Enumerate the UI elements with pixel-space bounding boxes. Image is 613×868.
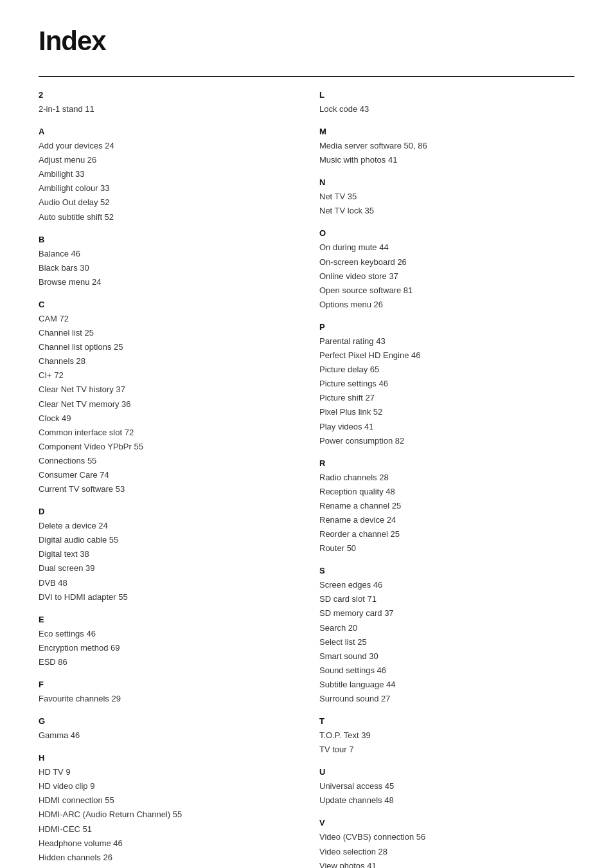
section-letter: G	[39, 716, 294, 726]
index-section: BBalance 46Black bars 30Browse menu 24	[39, 235, 294, 289]
index-entry: Favourite channels 29	[39, 692, 294, 706]
index-entry: Clear Net TV history 37	[39, 383, 294, 397]
index-entry: Sound settings 46	[319, 664, 574, 678]
index-entry: DVI to HDMI adapter 55	[39, 590, 294, 604]
section-entries: Add your devices 24Adjust menu 26Ambilig…	[39, 139, 294, 224]
page-title: Index	[39, 26, 574, 57]
index-entry: Picture delay 65	[319, 363, 574, 377]
section-entries: Gamma 46	[39, 728, 294, 743]
index-entry: Common interface slot 72	[39, 426, 294, 440]
section-letter: O	[319, 228, 574, 238]
index-entry: Perfect Pixel HD Engine 46	[319, 348, 574, 363]
section-letter: E	[39, 615, 294, 624]
index-entry: Current TV software 53	[39, 482, 294, 496]
index-entry: T.O.P. Text 39	[319, 728, 574, 743]
section-entries: Universal access 45Update channels 48	[319, 779, 574, 808]
index-entry: Picture settings 46	[319, 377, 574, 391]
section-letter: R	[319, 458, 574, 468]
index-entry: TV tour 7	[319, 743, 574, 757]
index-entry: Lock code 43	[319, 102, 574, 116]
index-entry: Smart sound 30	[319, 649, 574, 664]
right-column: LLock code 43MMedia server software 50, …	[319, 90, 574, 868]
index-entry: SD card slot 71	[319, 592, 574, 606]
section-entries: Favourite channels 29	[39, 692, 294, 706]
section-letter: C	[39, 300, 294, 309]
index-entry: 2-in-1 stand 11	[39, 102, 294, 116]
index-entry: Pixel Plus link 52	[319, 405, 574, 419]
index-entry: Search 20	[319, 621, 574, 635]
section-entries: Media server software 50, 86Music with p…	[319, 139, 574, 167]
index-section: CCAM 72Channel list 25Channel list optio…	[39, 300, 294, 496]
section-entries: T.O.P. Text 39TV tour 7	[319, 728, 574, 757]
index-entry: Screen edges 46	[319, 578, 574, 592]
index-entry: Rename a device 24	[319, 513, 574, 527]
index-entry: Universal access 45	[319, 779, 574, 793]
index-entry: HDMI connection 55	[39, 793, 294, 808]
index-entry: Auto subtitle shift 52	[39, 210, 294, 224]
index-entry: Net TV lock 35	[319, 204, 574, 218]
index-entry: Update channels 48	[319, 793, 574, 808]
index-entry: HDMI-CEC 51	[39, 822, 294, 836]
index-entry: Headphone volume 46	[39, 836, 294, 851]
section-entries: Video (CVBS) connection 56Video selectio…	[319, 830, 574, 868]
index-entry: Audio Out delay 52	[39, 195, 294, 210]
index-entry: Digital text 38	[39, 547, 294, 561]
index-entry: Eco settings 46	[39, 627, 294, 641]
index-entry: Browse menu 24	[39, 275, 294, 289]
index-section: 22-in-1 stand 11	[39, 90, 294, 116]
index-entry: Home menu 24	[39, 865, 294, 868]
index-content: 22-in-1 stand 11AAdd your devices 24Adju…	[39, 90, 574, 868]
left-column: 22-in-1 stand 11AAdd your devices 24Adju…	[39, 90, 294, 868]
index-entry: Picture shift 27	[319, 391, 574, 405]
index-entry: Ambilight 33	[39, 167, 294, 181]
index-entry: Video (CVBS) connection 56	[319, 830, 574, 844]
index-entry: Options menu 26	[319, 298, 574, 312]
index-entry: CAM 72	[39, 312, 294, 326]
index-entry: Select list 25	[319, 635, 574, 649]
index-section: RRadio channels 28Reception quality 48Re…	[319, 458, 574, 556]
index-entry: On during mute 44	[319, 240, 574, 255]
section-letter: H	[39, 753, 294, 763]
index-entry: Parental rating 43	[319, 334, 574, 348]
index-entry: Music with photos 41	[319, 153, 574, 167]
index-entry: Rename a channel 25	[319, 499, 574, 513]
index-entry: Subtitle language 44	[319, 678, 574, 692]
index-entry: Channel list 25	[39, 326, 294, 340]
index-entry: Dual screen 39	[39, 561, 294, 575]
title-divider	[39, 76, 574, 77]
section-entries: Net TV 35Net TV lock 35	[319, 190, 574, 218]
index-entry: Net TV 35	[319, 190, 574, 204]
index-section: UUniversal access 45Update channels 48	[319, 767, 574, 808]
section-letter: P	[319, 322, 574, 332]
index-entry: Surround sound 27	[319, 692, 574, 706]
index-entry: Hidden channels 26	[39, 851, 294, 865]
section-entries: Radio channels 28Reception quality 48Ren…	[319, 471, 574, 556]
index-entry: Black bars 30	[39, 261, 294, 275]
index-entry: View photos 41	[319, 859, 574, 868]
index-section: VVideo (CVBS) connection 56Video selecti…	[319, 818, 574, 868]
index-entry: Router 50	[319, 541, 574, 556]
index-entry: Clear Net TV memory 36	[39, 397, 294, 411]
index-entry: Digital audio cable 55	[39, 533, 294, 547]
index-section: SScreen edges 46SD card slot 71SD memory…	[319, 566, 574, 706]
section-letter: B	[39, 235, 294, 244]
section-letter: A	[39, 127, 294, 136]
section-entries: Balance 46Black bars 30Browse menu 24	[39, 247, 294, 289]
index-entry: Delete a device 24	[39, 519, 294, 533]
section-entries: 2-in-1 stand 11	[39, 102, 294, 116]
section-entries: Eco settings 46Encryption method 69ESD 8…	[39, 627, 294, 669]
index-entry: Channel list options 25	[39, 340, 294, 354]
index-section: MMedia server software 50, 86Music with …	[319, 127, 574, 167]
index-section: AAdd your devices 24Adjust menu 26Ambili…	[39, 127, 294, 224]
index-section: LLock code 43	[319, 90, 574, 116]
index-entry: Clock 49	[39, 411, 294, 426]
index-entry: Component Video YPbPr 55	[39, 440, 294, 454]
index-entry: Power consumption 82	[319, 434, 574, 448]
section-letter: L	[319, 90, 574, 100]
section-entries: On during mute 44On-screen keyboard 26On…	[319, 240, 574, 311]
section-letter: F	[39, 680, 294, 689]
index-entry: Media server software 50, 86	[319, 139, 574, 153]
section-letter: U	[319, 767, 574, 777]
index-section: HHD TV 9HD video clip 9HDMI connection 5…	[39, 753, 294, 868]
index-entry: HD video clip 9	[39, 779, 294, 793]
